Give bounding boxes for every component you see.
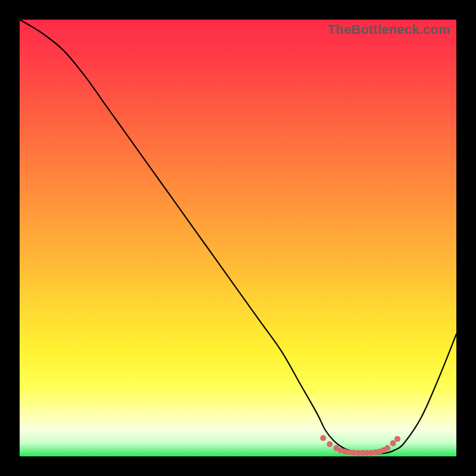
optimal-dot (394, 436, 400, 442)
chart-frame: TheBottleneck.com (0, 0, 476, 476)
watermark-text: TheBottleneck.com (328, 22, 450, 37)
optimal-dot (390, 440, 396, 446)
optimal-dot (384, 445, 390, 451)
curve-layer (20, 20, 456, 456)
optimal-dot (327, 441, 333, 447)
optimal-dot (320, 435, 326, 441)
bottleneck-curve (20, 20, 456, 454)
plot-area: TheBottleneck.com (20, 20, 456, 456)
